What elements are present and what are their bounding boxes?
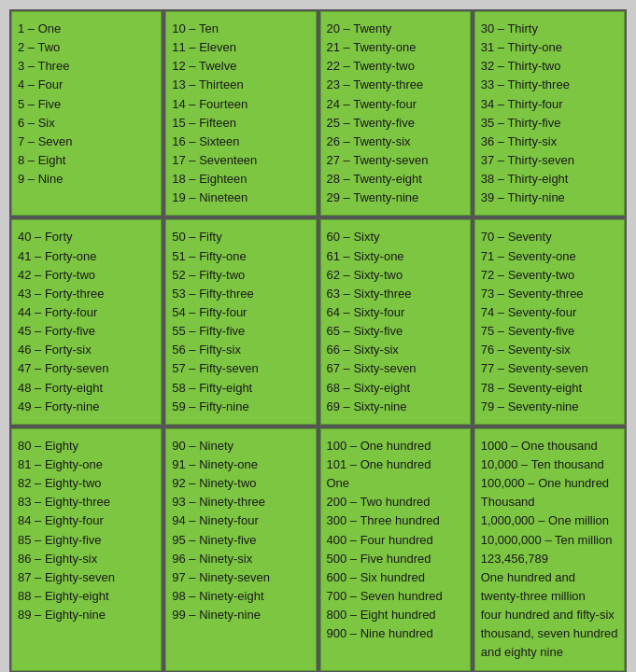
number-line: 35 – Thirty-five bbox=[481, 114, 618, 133]
number-line: 85 – Eighty-five bbox=[18, 531, 155, 550]
number-line: 18 – Eighteen bbox=[172, 170, 309, 189]
number-line: four hundred and fifty-six bbox=[481, 606, 618, 624]
number-line: 67 – Sixty-seven bbox=[327, 359, 464, 378]
number-line: 56 – Fifty-six bbox=[172, 341, 309, 359]
number-line: 15 – Fifteen bbox=[172, 114, 309, 133]
number-line: 89 – Eighty-nine bbox=[18, 606, 155, 624]
number-line: 44 – Forty-four bbox=[18, 303, 155, 322]
number-line: 600 – Six hundred bbox=[327, 568, 464, 587]
cell-60-69: 60 – Sixty61 – Sixty-one62 – Sixty-two63… bbox=[320, 219, 471, 424]
number-line: 27 – Twenty-seven bbox=[327, 151, 464, 170]
number-line: One bbox=[327, 474, 464, 493]
number-line: 47 – Forty-seven bbox=[18, 359, 155, 378]
number-line: 21 – Twenty-one bbox=[327, 38, 464, 57]
number-line: 70 – Seventy bbox=[481, 228, 618, 246]
number-line: 64 – Sixty-four bbox=[327, 303, 464, 322]
number-line: 99 – Ninety-nine bbox=[172, 606, 309, 624]
number-line: 92 – Ninety-two bbox=[172, 474, 309, 493]
number-line: 82 – Eighty-two bbox=[18, 474, 155, 493]
number-line: 73 – Seventy-three bbox=[481, 285, 618, 303]
number-line: 79 – Seventy-nine bbox=[481, 398, 618, 416]
number-line: 40 – Forty bbox=[18, 228, 155, 246]
number-line: 71 – Seventy-one bbox=[481, 247, 618, 266]
number-line: 29 – Twenty-nine bbox=[327, 189, 464, 207]
numbers-grid: 1 – One2 – Two3 – Three4 – Four5 – Five6… bbox=[9, 9, 627, 672]
cell-70-79: 70 – Seventy71 – Seventy-one72 – Seventy… bbox=[474, 219, 625, 424]
number-line: 86 – Eighty-six bbox=[18, 550, 155, 568]
number-line: 63 – Sixty-three bbox=[327, 285, 464, 303]
number-line: 57 – Fifty-seven bbox=[172, 359, 309, 378]
number-line: 23 – Twenty-three bbox=[327, 76, 464, 94]
number-line: 62 – Sixty-two bbox=[327, 266, 464, 285]
number-line: 500 – Five hundred bbox=[327, 550, 464, 568]
number-line: and eighty nine bbox=[481, 643, 618, 662]
number-line: 1 – One bbox=[18, 20, 155, 38]
number-line: 39 – Thirty-nine bbox=[481, 189, 618, 207]
number-line: 76 – Seventy-six bbox=[481, 341, 618, 359]
number-line: 400 – Four hundred bbox=[327, 531, 464, 550]
number-line: 100,000 – One hundred bbox=[481, 474, 618, 493]
number-line: 74 – Seventy-four bbox=[481, 303, 618, 322]
number-line: 87 – Eighty-seven bbox=[18, 568, 155, 587]
number-line: 59 – Fifty-nine bbox=[172, 398, 309, 416]
number-line: 10 – Ten bbox=[172, 20, 309, 38]
number-line: 96 – Ninety-six bbox=[172, 550, 309, 568]
number-line: 51 – Fifty-one bbox=[172, 247, 309, 266]
number-line: 4 – Four bbox=[18, 76, 155, 94]
number-line: 28 – Twenty-eight bbox=[327, 170, 464, 189]
number-line: 123,456,789 bbox=[481, 550, 618, 568]
cell-20-29: 20 – Twenty21 – Twenty-one22 – Twenty-tw… bbox=[320, 11, 471, 216]
number-line: 97 – Ninety-seven bbox=[172, 568, 309, 587]
number-line: 61 – Sixty-one bbox=[327, 247, 464, 266]
number-line: 65 – Sixty-five bbox=[327, 322, 464, 341]
number-line: 31 – Thirty-one bbox=[481, 38, 618, 57]
number-line: 46 – Forty-six bbox=[18, 341, 155, 359]
number-line: 33 – Thirty-three bbox=[481, 76, 618, 94]
number-line: 52 – Fifty-two bbox=[172, 266, 309, 285]
number-line: 42 – Forty-two bbox=[18, 266, 155, 285]
number-line: 77 – Seventy-seven bbox=[481, 359, 618, 378]
number-line: 17 – Seventeen bbox=[172, 151, 309, 170]
number-line: 13 – Thirteen bbox=[172, 76, 309, 94]
cell-1-10: 1 – One2 – Two3 – Three4 – Four5 – Five6… bbox=[11, 11, 162, 216]
number-line: 69 – Sixty-nine bbox=[327, 398, 464, 416]
cell-large: 1000 – One thousand10,000 – Ten thousand… bbox=[474, 428, 625, 671]
number-line: 1000 – One thousand bbox=[481, 437, 618, 455]
number-line: 60 – Sixty bbox=[327, 228, 464, 246]
number-line: 81 – Eighty-one bbox=[18, 455, 155, 474]
number-line: 41 – Forty-one bbox=[18, 247, 155, 266]
number-line: 26 – Twenty-six bbox=[327, 133, 464, 151]
number-line: 94 – Ninety-four bbox=[172, 511, 309, 530]
number-line: 14 – Fourteen bbox=[172, 95, 309, 114]
number-line: 45 – Forty-five bbox=[18, 322, 155, 341]
number-line: twenty-three million bbox=[481, 587, 618, 606]
number-line: 32 – Thirty-two bbox=[481, 57, 618, 76]
number-line: 22 – Twenty-two bbox=[327, 57, 464, 76]
number-line: 43 – Forty-three bbox=[18, 285, 155, 303]
number-line: 66 – Sixty-six bbox=[327, 341, 464, 359]
number-line: 10,000 – Ten thousand bbox=[481, 455, 618, 474]
number-line: One hundred and bbox=[481, 568, 618, 587]
number-line: 34 – Thirty-four bbox=[481, 95, 618, 114]
number-line: 90 – Ninety bbox=[172, 437, 309, 455]
number-line: 19 – Nineteen bbox=[172, 189, 309, 207]
number-line: 80 – Eighty bbox=[18, 437, 155, 455]
number-line: 93 – Ninety-three bbox=[172, 493, 309, 511]
number-line: 68 – Sixty-eight bbox=[327, 379, 464, 398]
number-line: 8 – Eight bbox=[18, 151, 155, 170]
number-line: 11 – Eleven bbox=[172, 38, 309, 57]
number-line: 25 – Twenty-five bbox=[327, 114, 464, 133]
cell-90-99: 90 – Ninety91 – Ninety-one92 – Ninety-tw… bbox=[165, 428, 316, 671]
cell-30-39: 30 – Thirty31 – Thirty-one32 – Thirty-tw… bbox=[474, 11, 625, 216]
cell-80-89: 80 – Eighty81 – Eighty-one82 – Eighty-tw… bbox=[11, 428, 162, 671]
number-line: 54 – Fifty-four bbox=[172, 303, 309, 322]
number-line: 100 – One hundred bbox=[327, 437, 464, 455]
number-line: 300 – Three hundred bbox=[327, 511, 464, 530]
number-line: 101 – One hundred bbox=[327, 455, 464, 474]
number-line: 78 – Seventy-eight bbox=[481, 379, 618, 398]
cell-100-900: 100 – One hundred101 – One hundred One20… bbox=[320, 428, 471, 671]
number-line: Thousand bbox=[481, 493, 618, 511]
number-line: 49 – Forty-nine bbox=[18, 398, 155, 416]
number-line: 900 – Nine hundred bbox=[327, 624, 464, 643]
number-line: 9 – Nine bbox=[18, 170, 155, 189]
